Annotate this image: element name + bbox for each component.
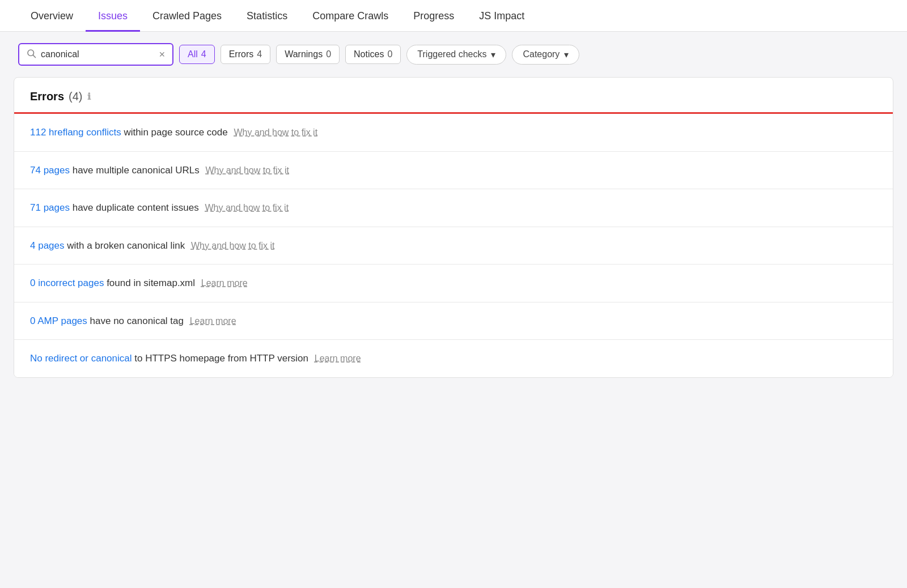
fix-link-multiple-canonical[interactable]: Why and how to fix it [205,165,289,175]
info-icon[interactable]: ℹ [87,91,91,102]
issue-link-multiple-canonical[interactable]: 74 pages [30,165,70,176]
issue-row-sitemap-incorrect: 0 incorrect pages found in sitemap.xml L… [14,265,893,302]
issue-row-duplicate-content: 71 pages have duplicate content issues W… [14,189,893,227]
issue-row-amp-no-canonical: 0 AMP pages have no canonical tag Learn … [14,302,893,340]
nav-item-js-impact[interactable]: JS Impact [467,0,537,32]
issue-link-no-redirect-canonical[interactable]: No redirect or canonical [30,353,132,364]
svg-line-1 [33,55,35,57]
filter-btn-all[interactable]: All4 [179,45,215,64]
filter-label-all: All [188,49,198,59]
filter-count-errors: 4 [257,49,262,59]
filter-count-all: 4 [201,49,206,59]
filter-label-errors: Errors [229,49,254,59]
issue-text-amp-no-canonical: have no canonical tag [90,316,184,326]
nav-item-statistics[interactable]: Statistics [234,0,300,32]
filter-count-notices: 0 [387,49,392,59]
errors-count: (4) [69,90,82,103]
fix-link-hreflang-conflicts[interactable]: Why and how to fix it [234,127,317,137]
issue-text-sitemap-incorrect: found in sitemap.xml [107,278,195,288]
search-icon [26,48,36,61]
nav-item-issues[interactable]: Issues [86,0,140,32]
issue-link-sitemap-incorrect[interactable]: 0 incorrect pages [30,278,104,288]
filter-btn-notices[interactable]: Notices0 [345,45,401,64]
filter-btn-errors[interactable]: Errors4 [221,45,270,64]
filter-bar: ✕ All4Errors4Warnings0Notices0 Triggered… [0,32,907,77]
dropdown-btn-triggered-checks[interactable]: Triggered checks▾ [406,45,506,65]
search-input[interactable] [41,49,154,59]
chevron-down-icon: ▾ [564,49,569,60]
dropdown-label-triggered-checks: Triggered checks [417,49,486,59]
chevron-down-icon: ▾ [491,49,495,60]
issue-link-duplicate-content[interactable]: 71 pages [30,202,70,213]
filter-btn-warnings[interactable]: Warnings0 [276,45,340,64]
nav-item-progress[interactable]: Progress [401,0,467,32]
dropdown-btn-category[interactable]: Category▾ [512,45,579,65]
errors-title: Errors [30,90,64,103]
issue-text-hreflang-conflicts: within page source code [124,127,227,138]
issue-text-broken-canonical: with a broken canonical link [67,240,185,251]
main-content: Errors (4) ℹ 112 hreflang conflicts with… [0,77,907,391]
issue-link-hreflang-conflicts[interactable]: 112 hreflang conflicts [30,127,121,138]
filter-count-warnings: 0 [326,49,331,59]
fix-link-sitemap-incorrect[interactable]: Learn more [201,278,248,288]
issues-card: Errors (4) ℹ 112 hreflang conflicts with… [14,77,893,378]
card-header-title: Errors (4) ℹ [30,90,877,103]
issue-link-amp-no-canonical[interactable]: 0 AMP pages [30,316,87,326]
issue-row-hreflang-conflicts: 112 hreflang conflicts within page sourc… [14,114,893,152]
filter-label-warnings: Warnings [285,49,323,59]
fix-link-duplicate-content[interactable]: Why and how to fix it [205,203,289,212]
nav-item-compare-crawls[interactable]: Compare Crawls [300,0,401,32]
nav-item-crawled-pages[interactable]: Crawled Pages [140,0,234,32]
issue-text-multiple-canonical: have multiple canonical URLs [73,165,200,176]
nav-item-overview[interactable]: Overview [18,0,86,32]
issue-text-duplicate-content: have duplicate content issues [73,202,199,213]
filter-label-notices: Notices [354,49,384,59]
issue-text-no-redirect-canonical: to HTTPS homepage from HTTP version [134,353,308,364]
issue-row-multiple-canonical: 74 pages have multiple canonical URLs Wh… [14,152,893,190]
dropdown-label-category: Category [523,49,560,59]
issue-row-broken-canonical: 4 pages with a broken canonical link Why… [14,227,893,265]
issue-row-no-redirect-canonical: No redirect or canonical to HTTPS homepa… [14,340,893,377]
issue-link-broken-canonical[interactable]: 4 pages [30,240,65,251]
clear-icon[interactable]: ✕ [159,50,166,58]
fix-link-amp-no-canonical[interactable]: Learn more [190,316,236,326]
issue-list: 112 hreflang conflicts within page sourc… [14,114,893,377]
fix-link-no-redirect-canonical[interactable]: Learn more [315,353,361,363]
card-header: Errors (4) ℹ [14,78,893,114]
fix-link-broken-canonical[interactable]: Why and how to fix it [191,241,275,250]
search-box: ✕ [18,43,173,66]
nav-bar: OverviewIssuesCrawled PagesStatisticsCom… [0,0,907,32]
